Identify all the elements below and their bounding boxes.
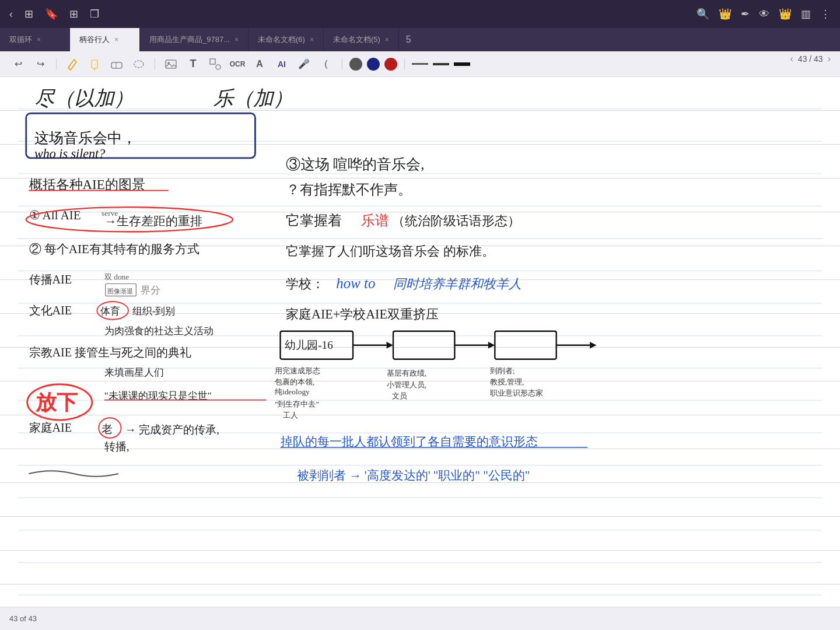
svg-text:同时培养羊群和牧羊人: 同时培养羊群和牧羊人 bbox=[393, 276, 522, 291]
grid-icon[interactable]: ⊞ bbox=[24, 8, 33, 20]
svg-text:学校：: 学校： bbox=[286, 276, 324, 291]
line-thin-button[interactable] bbox=[412, 63, 428, 65]
svg-text:→生存差距的重排: →生存差距的重排 bbox=[104, 214, 202, 228]
tab-close-icon[interactable]: × bbox=[37, 36, 41, 44]
svg-text:纯ideology: 纯ideology bbox=[275, 387, 310, 396]
back-icon[interactable]: ‹ bbox=[9, 8, 13, 20]
svg-text:这场音乐会中，: 这场音乐会中， bbox=[34, 130, 136, 146]
tab-label: 未命名文档(5) bbox=[333, 34, 380, 45]
color-navy-button[interactable] bbox=[367, 58, 380, 71]
crown-icon[interactable]: 👑 bbox=[719, 8, 732, 20]
tab-wuming6[interactable]: 未命名文档(6) × bbox=[249, 28, 324, 51]
text-button[interactable]: T bbox=[184, 55, 202, 73]
prev-page-button[interactable]: ‹ bbox=[790, 54, 793, 64]
svg-rect-6 bbox=[166, 60, 176, 68]
tab-label: 柄谷行人 bbox=[79, 34, 110, 45]
handwriting-svg: 尽（以加） 乐（加） 这场音乐会中， who is silent? 概括各种AI… bbox=[0, 77, 840, 607]
svg-text:概括各种AIE的图景: 概括各种AIE的图景 bbox=[29, 177, 145, 192]
font-button[interactable]: A bbox=[251, 55, 268, 73]
bracket-button[interactable]: ( bbox=[317, 55, 335, 73]
svg-text:包裹的本领,: 包裹的本领, bbox=[275, 377, 314, 386]
svg-text:用完速成形态: 用完速成形态 bbox=[275, 366, 320, 375]
lasso-button[interactable] bbox=[130, 55, 148, 73]
svg-text:工人: 工人 bbox=[283, 411, 298, 419]
tab-bingguxingren[interactable]: 柄谷行人 × bbox=[70, 28, 140, 51]
ocr-button[interactable]: OCR bbox=[229, 55, 246, 73]
mic-button[interactable]: 🎤 bbox=[295, 55, 313, 73]
svg-text:家庭AIE: 家庭AIE bbox=[29, 421, 72, 434]
eraser-button[interactable] bbox=[108, 55, 125, 73]
svg-text:界分: 界分 bbox=[141, 285, 160, 296]
main-canvas[interactable]: 尽（以加） 乐（加） 这场音乐会中， who is silent? 概括各种AI… bbox=[0, 77, 840, 607]
svg-text:来填画星人们: 来填画星人们 bbox=[104, 367, 164, 378]
highlighter-button[interactable] bbox=[86, 55, 103, 73]
tab-shuanxunhuan[interactable]: 双循环 × bbox=[0, 28, 70, 51]
redo-button[interactable]: ↪ bbox=[32, 55, 49, 73]
tab-close-icon[interactable]: × bbox=[385, 36, 389, 44]
line-thick-button[interactable] bbox=[454, 62, 470, 66]
svg-text:转播,: 转播, bbox=[104, 440, 130, 453]
pen-settings-icon[interactable]: ✒ bbox=[741, 8, 750, 20]
add-page-icon[interactable]: ⊞ bbox=[69, 8, 78, 20]
panel-icon[interactable]: ▥ bbox=[801, 8, 811, 20]
bookmark-icon[interactable]: 🔖 bbox=[45, 8, 58, 20]
svg-text:职业意识形态家: 职业意识形态家 bbox=[490, 388, 543, 397]
svg-text:到削者;: 到削者; bbox=[490, 366, 515, 375]
top-bar: ‹ ⊞ 🔖 ⊞ ❐ 🔍 👑 ✒ 👁 👑 ▥ ⋮ bbox=[0, 0, 840, 28]
image-button[interactable] bbox=[162, 55, 180, 73]
more-icon[interactable]: ⋮ bbox=[820, 8, 831, 20]
tab-more-button[interactable]: 5 bbox=[399, 28, 418, 51]
svg-text:尽（以加）: 尽（以加） bbox=[34, 87, 134, 109]
svg-rect-1 bbox=[92, 60, 97, 68]
tab-label: 未命名文档(6) bbox=[258, 34, 305, 45]
color-red-button[interactable] bbox=[384, 58, 397, 71]
search-icon[interactable]: 🔍 bbox=[696, 8, 709, 20]
svg-text:组织-到别: 组织-到别 bbox=[132, 306, 176, 317]
svg-text:放下: 放下 bbox=[35, 391, 78, 414]
eye-icon[interactable]: 👁 bbox=[759, 8, 769, 20]
toolbar-separator3 bbox=[342, 58, 342, 70]
svg-text:② 每个AIE有其特有的服务方式: ② 每个AIE有其特有的服务方式 bbox=[29, 242, 200, 256]
top-bar-right: 🔍 👑 ✒ 👁 👑 ▥ ⋮ bbox=[696, 8, 831, 20]
tab-yongshangpin[interactable]: 用商品生产商品_9787... × bbox=[140, 28, 249, 51]
tab-close-icon[interactable]: × bbox=[114, 36, 118, 44]
svg-text:who is silent?: who is silent? bbox=[34, 146, 105, 161]
pen-tool-button[interactable] bbox=[64, 55, 81, 73]
svg-text:小管理人员,: 小管理人员, bbox=[387, 380, 426, 389]
svg-line-0 bbox=[68, 68, 71, 70]
svg-text:老: 老 bbox=[102, 423, 113, 435]
ai-button[interactable]: AI bbox=[273, 55, 290, 73]
svg-text:乐谱: 乐谱 bbox=[361, 213, 389, 228]
svg-text:家庭AIE+学校AIE双重挤压: 家庭AIE+学校AIE双重挤压 bbox=[286, 307, 439, 321]
duplicate-icon[interactable]: ❐ bbox=[90, 8, 99, 20]
tab-wuming5[interactable]: 未命名文档(5) × bbox=[324, 28, 399, 51]
top-bar-left: ‹ ⊞ 🔖 ⊞ ❐ bbox=[9, 8, 99, 20]
undo-button[interactable]: ↩ bbox=[9, 55, 27, 73]
svg-text:教授,管理,: 教授,管理, bbox=[490, 377, 524, 386]
tab-close-icon[interactable]: × bbox=[235, 36, 239, 44]
svg-text:传播AIE: 传播AIE bbox=[29, 273, 72, 286]
page-count-label: 43 of 43 bbox=[9, 614, 37, 623]
tab-close-icon[interactable]: × bbox=[310, 36, 314, 44]
svg-text:宗教AIE  接管生与死之间的典礼: 宗教AIE 接管生与死之间的典礼 bbox=[29, 346, 192, 359]
svg-text:掉队的每一批人都认领到了各自需要的意识形态: 掉队的每一批人都认领到了各自需要的意识形态 bbox=[281, 435, 538, 449]
shapes-button[interactable] bbox=[206, 55, 224, 73]
page-number: 43 / 43 bbox=[798, 54, 823, 64]
svg-text:how to: how to bbox=[336, 275, 375, 291]
svg-text:幼儿园-16: 幼儿园-16 bbox=[285, 339, 333, 351]
svg-text:它掌握着: 它掌握着 bbox=[286, 213, 342, 228]
svg-text:？有指挥默不作声。: ？有指挥默不作声。 bbox=[286, 182, 412, 197]
crown2-icon[interactable]: 👑 bbox=[779, 8, 792, 20]
next-page-button[interactable]: › bbox=[828, 54, 831, 64]
svg-text:文化AIE: 文化AIE bbox=[29, 304, 72, 317]
svg-text:基层有政绩,: 基层有政绩, bbox=[387, 369, 426, 377]
status-bar: 43 of 43 bbox=[0, 607, 840, 630]
color-gray-button[interactable] bbox=[349, 58, 362, 71]
tab-label: 用商品生产商品_9787... bbox=[149, 34, 230, 45]
svg-rect-8 bbox=[210, 59, 215, 64]
tab-bar: 双循环 × 柄谷行人 × 用商品生产商品_9787... × 未命名文档(6) … bbox=[0, 28, 840, 51]
page-navigation: ‹ 43 / 43 › bbox=[790, 54, 831, 64]
line-medium-button[interactable] bbox=[433, 63, 449, 65]
svg-text:→ 完成资产的传承,: → 完成资产的传承, bbox=[125, 424, 219, 436]
toolbar-separator2 bbox=[155, 58, 155, 70]
